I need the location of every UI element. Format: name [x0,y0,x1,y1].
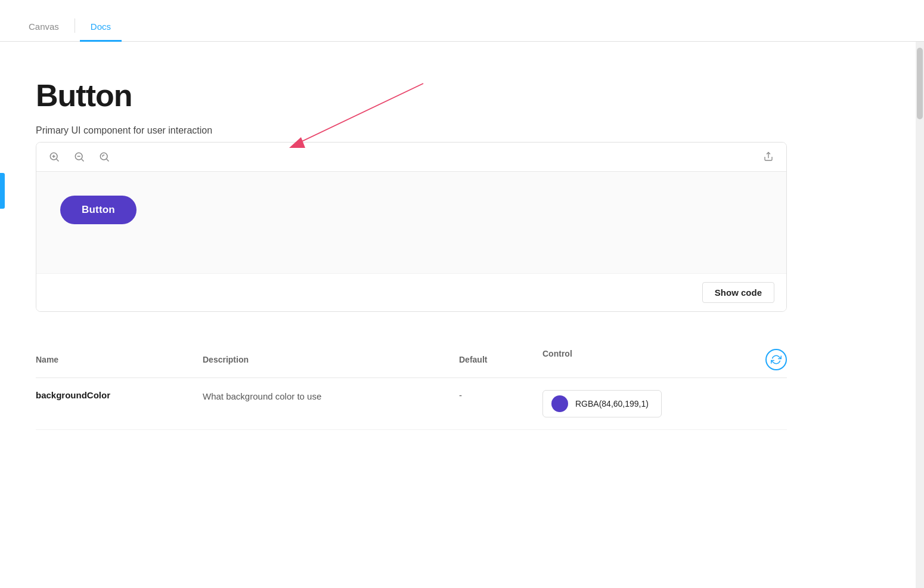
annotation-area: Primary UI component for user interactio… [36,125,787,136]
page-title: Button [36,78,787,113]
svg-line-5 [57,159,59,162]
show-code-button[interactable]: Show code [702,282,774,303]
tab-docs[interactable]: Docs [80,13,122,42]
props-table: Name Description Default Control [36,342,787,430]
header-control-label: Control [542,349,572,370]
docs-content: Button Primary UI component for user int… [0,42,835,588]
header-name: Name [36,355,191,364]
props-table-header: Name Description Default Control [36,342,787,378]
main-container: Canvas Docs Button Primary UI component … [0,0,924,588]
svg-line-10 [107,159,109,162]
tab-canvas[interactable]: Canvas [18,13,70,42]
content-area: Button Primary UI component for user int… [0,42,924,588]
prop-control: RGBA(84,60,199,1) [542,390,787,417]
tab-bar: Canvas Docs [0,0,924,42]
preview-box: Button Show code [36,142,787,312]
zoom-in-icon[interactable] [47,150,61,164]
scrollbar-thumb[interactable] [917,48,923,119]
left-accent-bar [0,173,5,209]
zoom-reset-icon[interactable] [97,150,111,164]
svg-line-8 [82,159,84,162]
table-row: backgroundColor What background color to… [36,378,787,430]
refresh-button[interactable] [765,349,787,370]
zoom-out-icon[interactable] [72,150,86,164]
header-description: Description [203,355,447,364]
prop-name: backgroundColor [36,390,191,400]
color-control[interactable]: RGBA(84,60,199,1) [542,390,662,417]
preview-canvas: Button [36,172,786,273]
header-control: Control [542,349,787,370]
prop-default: - [459,390,531,400]
preview-footer: Show code [36,273,786,311]
preview-toolbar [36,143,786,172]
color-swatch [551,395,568,412]
page-description: Primary UI component for user interactio… [36,125,787,136]
svg-point-9 [100,153,107,160]
preview-tools-left [47,150,111,164]
share-icon[interactable] [761,150,776,164]
prop-description: What background color to use [203,390,447,404]
tab-divider [75,18,75,33]
color-value: RGBA(84,60,199,1) [575,399,649,408]
scrollbar-track[interactable] [916,42,924,588]
header-default: Default [459,355,531,364]
demo-button[interactable]: Button [60,196,137,224]
